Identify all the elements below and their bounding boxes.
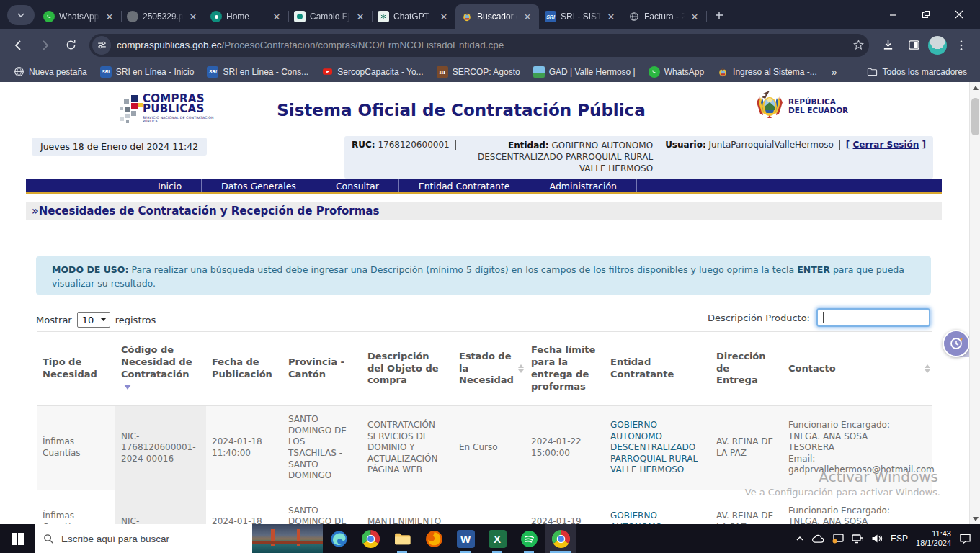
bookmark-nueva-pestana[interactable]: Nueva pestaña [7, 64, 93, 80]
tab-sri[interactable]: SRI SRI - SISTEM ✕ [539, 4, 623, 29]
col-direccion[interactable]: Dirección de Entrega [710, 346, 783, 392]
tab-close-icon[interactable]: ✕ [187, 11, 199, 22]
reload-button[interactable] [59, 34, 82, 57]
col-provincia[interactable]: Provincia - Cantón [282, 352, 362, 385]
col-descripcion[interactable]: Descripción del Objeto de compra [362, 346, 453, 392]
downloads-button[interactable] [876, 34, 899, 57]
tab-close-icon[interactable]: ✕ [104, 11, 115, 22]
all-bookmarks-button[interactable]: Todos los marcadores [861, 64, 973, 80]
clock[interactable]: 11:43 18/1/2024 [916, 529, 951, 548]
taskbar-firefox[interactable] [418, 524, 450, 553]
cell-direccion: AV. REINA DE LA PAZ [710, 432, 783, 463]
language-indicator[interactable]: ESP [891, 534, 908, 544]
bookmark-gad-valle-hermoso[interactable]: GAD | Valle Hermoso | [527, 64, 641, 80]
tab-home[interactable]: Home ✕ [205, 4, 288, 29]
nav-entidad-contratante[interactable]: Entidad Contratante [399, 179, 530, 192]
scroll-down-button[interactable] [970, 513, 980, 524]
product-description-input[interactable] [816, 308, 930, 327]
ecuador-arms-icon [717, 66, 729, 78]
system-tray: ESP 11:43 18/1/2024 [796, 524, 980, 553]
side-panel-button[interactable] [902, 34, 925, 57]
network-icon[interactable] [852, 534, 863, 544]
taskbar-spotify[interactable] [513, 524, 545, 553]
search-daily-image[interactable] [252, 524, 323, 553]
nav-consultar[interactable]: Consultar [316, 179, 399, 192]
tab-close-icon[interactable]: ✕ [355, 11, 366, 22]
tab-close-icon[interactable]: ✕ [522, 11, 533, 22]
taskbar-chrome[interactable] [355, 524, 386, 553]
taskbar-edge[interactable] [323, 524, 355, 553]
col-contacto[interactable]: Contacto [783, 359, 922, 379]
start-button[interactable] [0, 524, 35, 553]
col-entidad[interactable]: Entidad Contratante [605, 352, 710, 385]
scroll-up-button[interactable] [970, 82, 980, 93]
taskbar-file-explorer[interactable] [386, 524, 418, 553]
bookmark-sri-consultas[interactable]: SRI SRI en Línea - Cons... [201, 64, 314, 80]
forward-button[interactable] [33, 34, 56, 57]
tab-buscador-active[interactable]: Buscador de ✕ [455, 4, 539, 29]
bookmark-whatsapp[interactable]: WhatsApp [643, 64, 710, 80]
scrollbar-thumb[interactable] [971, 98, 979, 135]
bookmark-label: GAD | Valle Hermoso | [549, 67, 636, 77]
cloud-icon[interactable] [812, 534, 824, 544]
address-bar[interactable]: compraspublicas.gob.ec/ProcesoContrataci… [89, 34, 869, 57]
bookmark-sri-inicio[interactable]: SRI SRI en Línea - Inicio [94, 64, 200, 80]
activate-windows-watermark: Activar Windows [819, 468, 938, 485]
bookmark-sercopcapacita[interactable]: SercopCapacita - Yo... [316, 64, 429, 80]
profile-avatar[interactable] [928, 36, 947, 55]
bookmark-sercop-agosto[interactable]: m SERCOP: Agosto [431, 64, 526, 80]
tab-cambio[interactable]: Cambio Ejer ✕ [288, 4, 372, 29]
back-button[interactable] [7, 34, 30, 57]
tab-title: Factura - 202 [644, 12, 685, 22]
col-fecha-limite[interactable]: Fecha límite para la entrega de proforma… [525, 340, 605, 397]
page-size-select[interactable]: 10 [77, 312, 110, 328]
volume-icon[interactable] [871, 534, 883, 544]
restore-button[interactable] [909, 0, 943, 29]
extension-clock-button[interactable] [943, 330, 970, 357]
logout-link[interactable]: [ Cerrar Sesión ] [846, 140, 926, 150]
cell-entidad-link[interactable]: GOBIERNO AUTONOMO DESCENTRALIZADO PARROQ… [605, 415, 710, 480]
globe-icon [628, 11, 640, 22]
cell-codigo: NIC-1768120600001-2024-00016 [115, 406, 206, 490]
tab-close-icon[interactable]: ✕ [271, 11, 282, 22]
nav-datos-generales[interactable]: Datos Generales [202, 179, 316, 192]
bookmark-star-icon[interactable] [852, 39, 865, 51]
col-fecha-publicacion[interactable]: Fecha de Publicación [206, 352, 282, 385]
all-bookmarks-label: Todos los marcadores [883, 67, 967, 77]
minimize-button[interactable] [876, 0, 909, 29]
hidden-icons-chevron[interactable] [796, 534, 804, 543]
tab-chatgpt[interactable]: ChatGPT ✕ [372, 4, 455, 29]
site-settings-icon [97, 40, 107, 50]
tab-whatsapp[interactable]: WhatsApp ✕ [37, 4, 121, 29]
col-estado[interactable]: Estado de la Necesidad [453, 346, 525, 392]
notifications-icon[interactable] [959, 533, 971, 544]
browser-menu-button[interactable] [950, 34, 973, 57]
tab-pdf[interactable]: 2505329.pdf ✕ [121, 4, 205, 29]
cell-entidad-link[interactable]: GOBIERNO AUTONOMO [605, 506, 710, 524]
tab-close-icon[interactable]: ✕ [689, 11, 700, 22]
taskbar-excel[interactable]: X [481, 524, 513, 553]
tab-search-button[interactable] [7, 5, 35, 25]
update-badge-icon[interactable] [832, 534, 844, 544]
taskbar-search[interactable]: Escribe aquí para buscar [35, 524, 323, 553]
nav-administracion[interactable]: Administración [530, 179, 637, 192]
tab-close-icon[interactable]: ✕ [438, 11, 450, 22]
tab-close-icon[interactable]: ✕ [605, 11, 617, 22]
taskbar-chrome-active[interactable] [545, 524, 576, 553]
col-codigo[interactable]: Código de Necesidad de Contratación [115, 340, 206, 397]
taskbar-word[interactable]: W [450, 524, 481, 553]
bookmarks-overflow-button[interactable]: » [824, 64, 845, 80]
new-tab-button[interactable] [709, 5, 729, 25]
page-scrollbar[interactable] [969, 82, 980, 524]
site-info-button[interactable] [92, 36, 111, 55]
logo-mosaic-icon [118, 95, 143, 127]
col-sort[interactable] [922, 332, 932, 405]
col-tipo[interactable]: Tipo de Necesidad [37, 352, 115, 385]
session-divider [455, 140, 456, 150]
close-window-button[interactable] [943, 0, 976, 29]
reload-icon [65, 39, 77, 51]
tab-factura[interactable]: Factura - 202 ✕ [623, 4, 706, 29]
nav-inicio[interactable]: Inicio [138, 179, 202, 192]
window-controls [876, 0, 976, 29]
bookmark-ingreso-sistema[interactable]: Ingreso al Sistema -... [711, 64, 823, 80]
